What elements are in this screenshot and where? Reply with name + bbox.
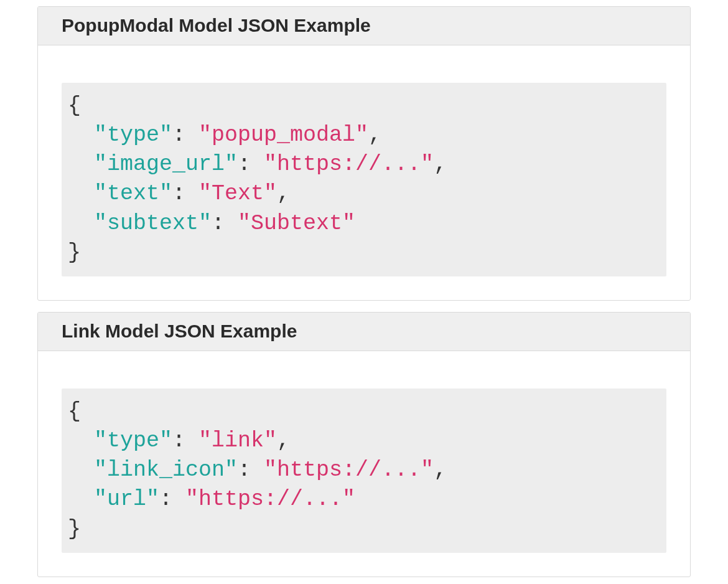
code-token: "https://..."	[185, 487, 355, 512]
code-token	[68, 487, 94, 512]
code-token: "Text"	[198, 181, 277, 206]
code-token	[68, 428, 94, 453]
code-token: "link_icon"	[94, 458, 238, 483]
code-token	[68, 211, 94, 236]
code-token: :	[172, 123, 198, 148]
panel-title-popupmodal: PopupModal Model JSON Example	[38, 7, 690, 45]
code-token: "type"	[94, 428, 172, 453]
code-token: :	[238, 458, 264, 483]
code-token: "type"	[94, 123, 172, 148]
code-token: "Subtext"	[238, 211, 355, 236]
code-token: "url"	[94, 487, 159, 512]
code-token: :	[238, 152, 264, 177]
code-token: ,	[277, 181, 290, 206]
page-root: PopupModal Model JSON Example { "type": …	[0, 0, 728, 584]
code-token	[68, 123, 94, 148]
code-token: {	[68, 93, 81, 118]
code-block-popupmodal: { "type": "popup_modal", "image_url": "h…	[62, 83, 666, 277]
panel-popupmodal: PopupModal Model JSON Example { "type": …	[37, 6, 691, 301]
code-token: ,	[434, 152, 447, 177]
code-token	[68, 458, 94, 483]
code-token: }	[68, 517, 81, 542]
code-token: ,	[277, 428, 290, 453]
panel-body-popupmodal: { "type": "popup_modal", "image_url": "h…	[38, 45, 690, 301]
code-token: "link"	[198, 428, 277, 453]
code-token: "popup_modal"	[198, 123, 368, 148]
panel-body-link: { "type": "link", "link_icon": "https://…	[38, 351, 690, 577]
code-token: ,	[434, 458, 447, 483]
code-token: "image_url"	[94, 152, 238, 177]
code-token	[68, 181, 94, 206]
code-token: "https://..."	[264, 152, 434, 177]
code-token: "text"	[94, 181, 172, 206]
code-token: :	[159, 487, 185, 512]
code-token: "subtext"	[94, 211, 212, 236]
code-token: "https://..."	[264, 458, 434, 483]
code-token: ,	[368, 123, 381, 148]
code-token: {	[68, 399, 81, 424]
code-token: }	[68, 240, 81, 265]
code-token: :	[172, 428, 198, 453]
code-block-link: { "type": "link", "link_icon": "https://…	[62, 389, 666, 553]
panel-title-link: Link Model JSON Example	[38, 313, 690, 351]
code-token: :	[172, 181, 198, 206]
code-token	[68, 152, 94, 177]
panel-link: Link Model JSON Example { "type": "link"…	[37, 312, 691, 577]
code-token: :	[212, 211, 238, 236]
